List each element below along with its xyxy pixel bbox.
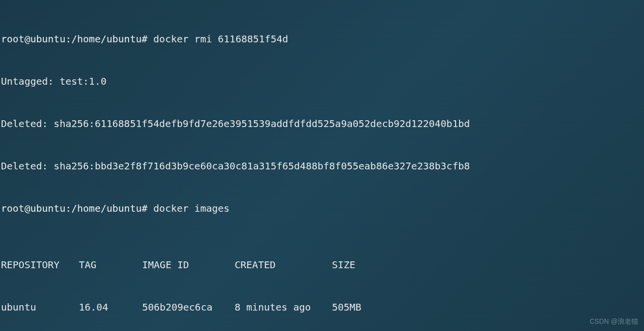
command-line: root@ubuntu:/home/ubuntu# docker images: [1, 202, 643, 216]
command-text: docker images: [153, 202, 230, 214]
output-line: Deleted: sha256:bbd3e2f8f716d3b9ce60ca30…: [1, 159, 643, 173]
cell-tag: 16.04: [79, 300, 142, 314]
col-header-image-id: IMAGE ID: [142, 258, 235, 272]
cell-created: 8 minutes ago: [235, 300, 332, 314]
prompt: root@ubuntu:/home/ubuntu#: [1, 202, 153, 214]
output-line: Deleted: sha256:61168851f54defb9fd7e26e3…: [1, 117, 643, 131]
cell-repository: ubuntu: [1, 300, 79, 314]
prompt: root@ubuntu:/home/ubuntu#: [1, 33, 153, 45]
col-header-tag: TAG: [79, 258, 142, 272]
cell-size: 505MB: [332, 300, 381, 314]
table-row: ubuntu 16.04 506b209ec6ca 8 minutes ago …: [1, 300, 643, 314]
col-header-size: SIZE: [332, 258, 381, 272]
terminal-output[interactable]: root@ubuntu:/home/ubuntu# docker rmi 611…: [1, 4, 643, 331]
col-header-repository: REPOSITORY: [1, 258, 79, 272]
watermark: CSDN @浪老猫: [589, 316, 638, 326]
cell-image-id: 506b209ec6ca: [142, 300, 235, 314]
output-line: Untagged: test:1.0: [1, 74, 643, 89]
command-line: root@ubuntu:/home/ubuntu# docker rmi 611…: [1, 32, 643, 46]
table-header-row: REPOSITORY TAG IMAGE ID CREATED SIZE: [1, 258, 643, 272]
col-header-created: CREATED: [235, 258, 332, 272]
command-text: docker rmi 61168851f54d: [153, 33, 288, 45]
